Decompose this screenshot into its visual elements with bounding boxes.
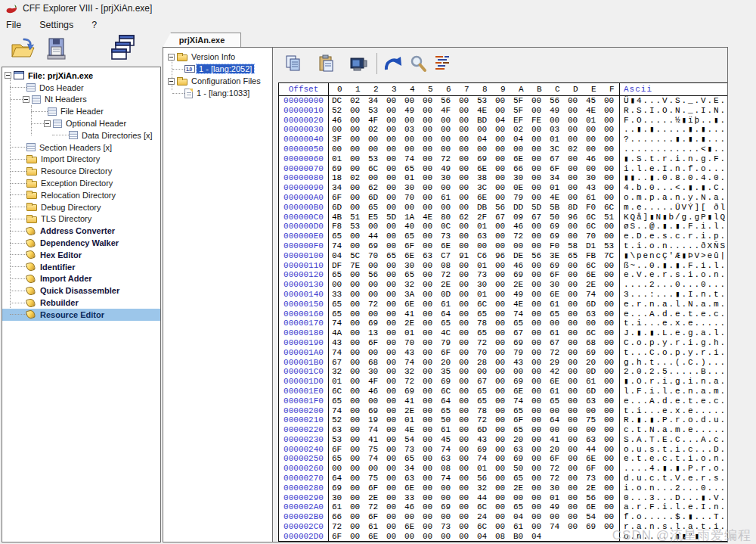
hex-row[interactable]: 000000A0 6F006D00700061006E0079004E00610… xyxy=(279,193,727,203)
hex-row-ascii[interactable]: 0...3...D...▮.V. xyxy=(619,493,727,503)
explorer-tree-item[interactable]: Dos Header xyxy=(2,82,160,94)
hex-row-bytes[interactable]: 5200530049004F004E005F0049004E00 xyxy=(329,106,619,116)
hex-row-ascii[interactable]: ▮.O.r.i.g.i.n.a. xyxy=(619,377,727,387)
hex-row[interactable]: 00000030 0000020003000000000002000300000… xyxy=(279,125,727,135)
hex-row-bytes[interactable]: 53004100540045004300200041006300 xyxy=(329,435,619,445)
hex-row-bytes[interactable]: 0000000000000000000000003C020000 xyxy=(329,145,619,154)
hex-row-bytes[interactable]: 43006F00700079007200690067006800 xyxy=(329,338,619,348)
hex-row-bytes[interactable]: 740069002E0065007800650000000000 xyxy=(329,319,619,328)
hex-row[interactable]: 00000070 69006C00650049006E0066006F00000… xyxy=(279,164,727,174)
hex-row-bytes[interactable]: 6500740065006300740069006F006E00 xyxy=(329,454,619,464)
hex-row-bytes[interactable]: 30002E00330000004400000001005600 xyxy=(329,493,619,503)
hex-row-ascii[interactable]: i.o.n...2...0... xyxy=(619,483,727,493)
resource-tree-item[interactable]: 1 - [lang:2052] xyxy=(163,63,272,75)
hex-row-ascii[interactable]: øS..@.▮.▮.F.i.l. xyxy=(619,222,727,232)
resource-tree-item[interactable]: Configuration Files xyxy=(163,75,272,87)
hex-row-ascii[interactable]: e.V.e.r.s.i.o.n. xyxy=(619,270,727,280)
resource-tree-item[interactable]: 1 - [lang:1033] xyxy=(163,87,272,99)
hex-row-bytes[interactable]: 69006C00650049006E0066006F000000 xyxy=(329,164,619,174)
hex-row-bytes[interactable]: 6C00460069006C0065006E0061006D00 xyxy=(329,387,619,396)
hex-row-ascii[interactable]: t.i...e.x.e..... xyxy=(619,319,727,328)
hex-row[interactable]: 00000220 630074004E0061006D0065000000000… xyxy=(279,425,727,435)
hex-row-ascii[interactable]: ß~..0.▮.▮.F.i.l. xyxy=(619,261,727,271)
hex-row-bytes[interactable]: 740069002E0065007800650000000000 xyxy=(329,406,619,416)
hex-row[interactable]: 000002B0 66006F0000000000240004000000540… xyxy=(279,512,727,522)
hex-row[interactable]: 000000C0 4B51E55D1A4E80622F67096750966C5… xyxy=(279,213,727,222)
explorer-tree-item[interactable]: File Header xyxy=(2,105,160,117)
hex-row[interactable]: 00000290 30002E0033000000440000000100560… xyxy=(279,493,727,503)
collapse-toggle-icon[interactable] xyxy=(44,120,51,127)
open-file-button[interactable] xyxy=(9,36,36,64)
hex-row[interactable]: 00000230 5300410054004500430020004100630… xyxy=(279,435,727,445)
hex-row[interactable]: 000001F0 6500000041006400650074006500630… xyxy=(279,396,727,406)
hex-row-ascii[interactable]: ▮\pencÇ'Æ▮ÞV>eû| xyxy=(619,251,727,261)
hex-row[interactable]: 00000170 740069002E006500780065000000000… xyxy=(279,319,727,328)
hex-row[interactable]: 00000200 740069002E006500780065000000000… xyxy=(279,406,727,416)
hex-row-bytes[interactable]: 46004F0000000000BD04EFFE00000100 xyxy=(329,116,619,126)
hex-row-bytes[interactable]: 045C70656E63C791C696DE563E65FB7C xyxy=(329,251,619,261)
disassemble-button[interactable] xyxy=(434,54,452,75)
hex-row[interactable]: 00000270 6400750063007400560065007200730… xyxy=(279,474,727,483)
menu-item[interactable]: ? xyxy=(91,20,97,30)
hex-row-ascii[interactable]: o.m.p.a.n.y.N.a. xyxy=(619,193,727,203)
hex-row-ascii[interactable]: f.o.....$.▮...T. xyxy=(619,512,727,522)
hex-row-ascii[interactable]: S.A.T.E.C...A.c. xyxy=(619,435,727,445)
explorer-tree-item[interactable]: Hex Editor xyxy=(2,249,160,261)
explorer-tree-item[interactable]: Identifier xyxy=(2,261,160,273)
hex-row-bytes[interactable]: 65000000410064006500740065006300 xyxy=(329,396,619,406)
hex-row-ascii[interactable]: ..▮.▮.....▮.▮... xyxy=(619,125,727,135)
fill-button[interactable] xyxy=(349,54,369,75)
hex-row-ascii[interactable]: e.t.e.c.t.i.o.n. xyxy=(619,454,727,464)
hex-row-bytes[interactable]: 650072006E0061006C004E0061006D00 xyxy=(329,300,619,309)
hex-row-bytes[interactable]: 6F006D00700061006E0079004E006100 xyxy=(329,193,619,203)
hex-row[interactable]: 000000D0 F853000040000C000100460069006C0… xyxy=(279,222,727,232)
hex-row[interactable]: 000002D0 6F006E00000000000408B004 o.n...… xyxy=(279,532,727,542)
hex-row-ascii[interactable]: e...A.d.e.t.e.c. xyxy=(619,309,727,319)
hex-row[interactable]: 00000190 43006F0070007900720069006700680… xyxy=(279,338,727,348)
hex-row-ascii[interactable]: i.l.e.I.n.f.o... xyxy=(619,164,727,174)
hex-row[interactable]: 00000210 520019000100500072006F006400750… xyxy=(279,415,727,425)
hex-row-bytes[interactable]: 01004F0072006900670069006E006100 xyxy=(329,377,619,387)
hex-row-bytes[interactable]: 3F000000000000000400040001000000 xyxy=(329,135,619,145)
hex-row[interactable]: 00000140 330000003A000D00010049006E00740… xyxy=(279,290,727,300)
hex-dump-table[interactable]: Offset 0123456789ABCDEF Ascii 00000000 D… xyxy=(278,82,727,542)
hex-row-bytes[interactable]: 630074004E0061006D00650000000000 xyxy=(329,425,619,435)
hex-row-ascii[interactable]: ....2...0...0... xyxy=(619,280,727,290)
hex-row-bytes[interactable]: 520019000100500072006F0064007500 xyxy=(329,415,619,425)
hex-row-ascii[interactable]: e.D.e.s.c.r.i.p. xyxy=(619,232,727,241)
hex-row-ascii[interactable]: c.t.N.a.m.e..... xyxy=(619,425,727,435)
hex-row[interactable]: 00000090 34006200300000003C000E000100430… xyxy=(279,183,727,193)
hex-row-ascii[interactable]: ▮.S.t.r.i.n.g.F. xyxy=(619,154,727,164)
hex-row-bytes[interactable]: 18020000010030003800300034003000 xyxy=(329,173,619,183)
hex-row[interactable]: 00000000 DC0234000000560053005F005600450… xyxy=(279,96,727,106)
hex-row-bytes[interactable]: 6500560065007200730069006F006E00 xyxy=(329,270,619,280)
explorer-tree-item[interactable]: Exception Directory xyxy=(2,177,160,189)
switch-view-button[interactable] xyxy=(110,34,136,64)
explorer-tree-item[interactable]: Dependency Walker xyxy=(2,237,160,249)
hex-row-bytes[interactable]: 32003000320035000000000042000D00 xyxy=(329,367,619,377)
collapse-toggle-icon[interactable] xyxy=(168,78,175,85)
hex-row-bytes[interactable]: 34006200300000003C000E0001004300 xyxy=(329,183,619,193)
hex-row-bytes[interactable]: 65000000410064006500740065006300 xyxy=(329,309,619,319)
hex-row[interactable]: 00000260 00000000340008000100500072006F0… xyxy=(279,464,727,474)
hex-row-ascii[interactable]: o.n.....▮▮°▮ xyxy=(619,532,727,542)
explorer-tree-item[interactable]: Import Adder xyxy=(2,273,160,285)
hex-row-ascii[interactable]: o.u.s.t.i.c...D. xyxy=(619,445,727,455)
explorer-tree-item[interactable]: Resource Editor xyxy=(2,309,160,321)
hex-row-bytes[interactable]: 66006F00000000002400040000005400 xyxy=(329,512,619,522)
hex-row-ascii[interactable]: C.o.p.y.r.i.g.h. xyxy=(619,338,727,348)
collapse-toggle-icon[interactable] xyxy=(5,72,11,79)
collapse-toggle-icon[interactable] xyxy=(168,54,175,61)
hex-row[interactable]: 00000040 3F00000000000000040004000100000… xyxy=(279,135,727,145)
hex-row-bytes[interactable]: 6F007500730074006900630020004400 xyxy=(329,445,619,455)
hex-row-bytes[interactable]: 4A00130001004C006500670061006C00 xyxy=(329,328,619,338)
explorer-tree-item[interactable]: Relocation Directory xyxy=(2,189,160,201)
hex-row[interactable]: 000001E0 6C00460069006C0065006E0061006D0… xyxy=(279,387,727,396)
hex-row[interactable]: 00000080 1802000001003000380030003400300… xyxy=(279,173,727,183)
hex-row-ascii[interactable]: R.▮.▮.P.r.o.d.u. xyxy=(619,415,727,425)
hex-row-bytes[interactable]: 720061006E0073006C00610074006900 xyxy=(329,522,619,532)
hex-row-ascii[interactable]: a.r.F.i.l.e.I.n. xyxy=(619,502,727,512)
hex-row-ascii[interactable]: R.S.I.O.N._.I.N. xyxy=(619,106,727,116)
find-button[interactable] xyxy=(409,54,429,76)
hex-row-bytes[interactable]: 0000000032002E0030002E0030002E00 xyxy=(329,280,619,290)
